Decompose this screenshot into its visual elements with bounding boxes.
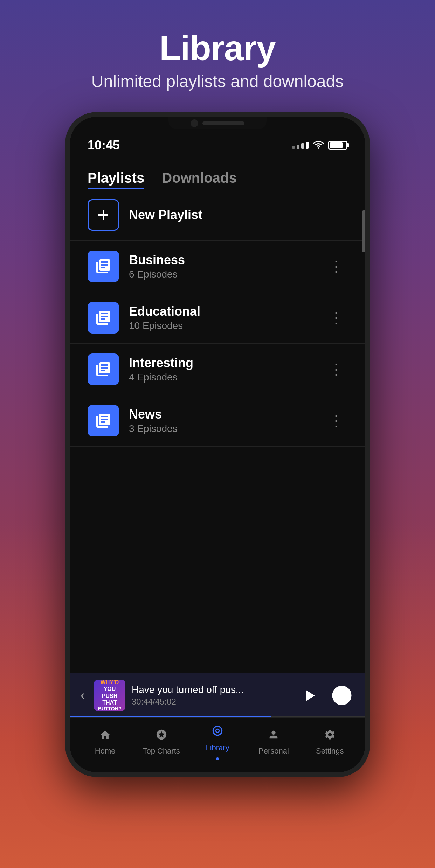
now-playing-bar[interactable]: ‹ WHY'D YOU PUSH THAT BUTTON? Have you t… <box>70 673 365 718</box>
tabs-bar: Playlists Downloads <box>70 160 365 189</box>
signal-bar-4 <box>306 142 309 149</box>
status-icons <box>292 140 347 151</box>
scroll-indicator <box>362 210 365 252</box>
nav-item-settings[interactable]: Settings <box>302 729 358 756</box>
skip-seconds: 30 <box>338 692 345 699</box>
podcast-thumb-inner: WHY'D YOU PUSH THAT BUTTON? <box>94 680 125 711</box>
playlist-info-interesting: Interesting 4 Episodes <box>129 356 325 383</box>
status-time: 10:45 <box>88 138 120 153</box>
playlist-info-news: News 3 Episodes <box>129 407 325 434</box>
battery-fill <box>330 142 343 148</box>
new-playlist-label: New Playlist <box>129 208 347 222</box>
top-charts-icon <box>156 729 167 744</box>
playlist-more-news[interactable]: ⋮ <box>325 410 347 432</box>
nav-item-home[interactable]: Home <box>77 729 133 756</box>
phone-notch <box>168 117 267 129</box>
nav-active-dot <box>216 757 219 760</box>
tab-playlists[interactable]: Playlists <box>88 167 144 189</box>
playlist-icon-educational <box>88 302 119 334</box>
now-playing-info: Have you turned off pus... 30:44/45:02 <box>132 684 290 707</box>
playlist-name-news: News <box>129 407 325 422</box>
phone-frame: 10:45 Playl <box>65 112 370 777</box>
playlist-item-business[interactable]: Business 6 Episodes ⋮ <box>70 241 365 292</box>
playlist-episodes-business: 6 Episodes <box>129 269 325 280</box>
playlist-episodes-interesting: 4 Episodes <box>129 372 325 383</box>
bottom-nav: Home Top Charts Library <box>70 718 365 772</box>
playlist-info-business: Business 6 Episodes <box>129 253 325 280</box>
tab-downloads[interactable]: Downloads <box>162 167 236 189</box>
playlist-item-news[interactable]: News 3 Episodes ⋮ <box>70 395 365 447</box>
playlist-item-interesting[interactable]: Interesting 4 Episodes ⋮ <box>70 344 365 395</box>
playlist-name-interesting: Interesting <box>129 356 325 370</box>
nav-label-library: Library <box>206 743 229 752</box>
playlist-more-interesting[interactable]: ⋮ <box>325 358 347 380</box>
phone-content: 10:45 Playl <box>70 117 365 772</box>
now-playing-controls: 30 <box>296 683 354 708</box>
nav-label-top-charts: Top Charts <box>143 747 180 756</box>
personal-icon <box>268 729 279 744</box>
new-playlist-info: New Playlist <box>129 208 347 222</box>
battery-icon <box>328 141 347 150</box>
page-subtitle: Unlimited playlists and downloads <box>91 72 344 91</box>
playlist-more-business[interactable]: ⋮ <box>325 255 347 278</box>
library-icon <box>211 724 224 741</box>
progress-bar-fill <box>70 716 271 718</box>
progress-bar-container <box>70 716 365 718</box>
playlist-info-educational: Educational 10 Episodes <box>129 304 325 331</box>
nav-item-personal[interactable]: Personal <box>246 729 302 756</box>
signal-bar-2 <box>297 145 299 149</box>
signal-bar-1 <box>292 146 295 149</box>
now-playing-time: 30:44/45:02 <box>132 697 290 707</box>
nav-label-personal: Personal <box>258 747 289 756</box>
page-title: Library <box>91 28 344 68</box>
nav-item-top-charts[interactable]: Top Charts <box>133 729 189 756</box>
playlist-episodes-news: 3 Episodes <box>129 423 325 434</box>
notch-camera <box>191 119 198 127</box>
page-header: Library Unlimited playlists and download… <box>91 0 344 112</box>
side-accent <box>365 239 370 302</box>
playlist-icon-business <box>88 251 119 282</box>
playlist-item-educational[interactable]: Educational 10 Episodes ⋮ <box>70 292 365 344</box>
signal-dots <box>292 142 309 149</box>
wifi-icon <box>313 140 324 151</box>
home-icon <box>99 729 111 744</box>
nav-label-home: Home <box>95 747 116 756</box>
notch-speaker <box>202 121 244 125</box>
playlist-more-educational[interactable]: ⋮ <box>325 307 347 329</box>
new-playlist-item[interactable]: New Playlist <box>70 189 365 241</box>
nav-item-library[interactable]: Library <box>189 724 246 760</box>
podcast-thumbnail[interactable]: WHY'D YOU PUSH THAT BUTTON? <box>94 680 125 711</box>
back-button[interactable]: ‹ <box>81 688 85 703</box>
playlist-episodes-educational: 10 Episodes <box>129 320 325 331</box>
play-button[interactable] <box>296 683 322 708</box>
signal-bar-3 <box>301 143 304 149</box>
playlist-icon-interesting <box>88 354 119 385</box>
now-playing-title: Have you turned off pus... <box>132 684 290 695</box>
settings-icon <box>324 729 336 744</box>
new-playlist-icon <box>88 199 119 231</box>
playlists-container[interactable]: New Playlist Business 6 Episodes ⋮ <box>70 189 365 673</box>
nav-label-settings: Settings <box>316 747 344 756</box>
playlist-name-business: Business <box>129 253 325 267</box>
playlist-name-educational: Educational <box>129 304 325 319</box>
skip-forward-button[interactable]: 30 <box>329 683 354 708</box>
playlist-icon-news <box>88 405 119 436</box>
